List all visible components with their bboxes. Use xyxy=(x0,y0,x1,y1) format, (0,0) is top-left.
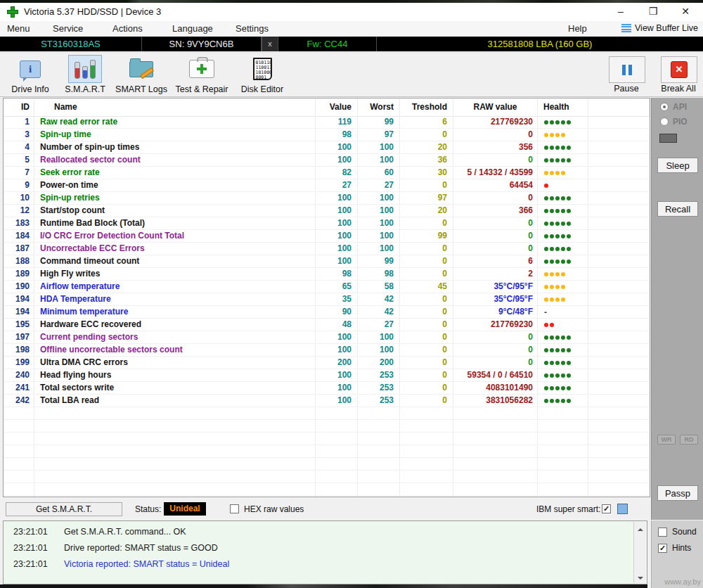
col-name[interactable]: Name xyxy=(34,98,316,116)
table-row[interactable]: 183Runtime Bad Block (Total)10010000 xyxy=(4,217,650,230)
table-row[interactable]: 1Raw read error rate119996217769230 xyxy=(4,116,650,129)
table-row[interactable]: 12Start/stop count10010020366 xyxy=(4,205,650,217)
maximize-button[interactable]: ❒ xyxy=(637,3,669,21)
hex-raw-values-label: HEX raw values xyxy=(244,504,304,514)
col-raw-value[interactable]: RAW value xyxy=(453,98,538,116)
table-row[interactable]: 7Seek error rate8260305 / 14332 / 43599 xyxy=(4,167,650,179)
log-scrollbar[interactable] xyxy=(633,522,646,583)
ibm-color-button[interactable] xyxy=(617,504,628,514)
minimize-button[interactable]: – xyxy=(605,3,637,21)
table-row[interactable]: 197Current pending sectors10010000 xyxy=(4,331,650,344)
wr-button[interactable]: WR xyxy=(657,435,676,445)
table-row[interactable]: 190Airflow temperature65584535°C/95°F xyxy=(4,281,650,293)
status-label: Status: xyxy=(135,504,161,514)
table-row[interactable]: 242Total LBA read10025303831056282 xyxy=(4,395,650,407)
get-smart-button[interactable]: Get S.M.A.R.T. xyxy=(6,502,122,516)
api-label: API xyxy=(673,102,687,112)
table-row[interactable]: 5Reallocated sector count100100360 xyxy=(4,154,650,167)
sound-label: Sound xyxy=(672,527,697,537)
menu-item-language[interactable]: Language xyxy=(172,23,213,34)
pause-button[interactable] xyxy=(609,56,645,83)
window-title: Victoria 5.37 HDD/SSD | Device 3 xyxy=(24,6,161,17)
table-row[interactable]: 195Hardware ECC recovered48270217769230 xyxy=(4,319,650,331)
pause-icon xyxy=(622,65,632,75)
table-header: ID Name Value Worst Treshold RAW value H… xyxy=(4,98,650,117)
table-row[interactable]: 241Total sectors write10025304083101490 xyxy=(4,382,650,395)
table-row[interactable]: 9Power-on time2727064454 xyxy=(4,179,650,192)
scroll-down-button[interactable] xyxy=(634,571,646,583)
busy-indicator xyxy=(659,134,677,143)
table-row[interactable]: 189High Fly writes989802 xyxy=(4,268,650,281)
toolbar-button-smart-logs[interactable]: SMART Logs xyxy=(111,55,172,94)
pio-radio[interactable] xyxy=(660,117,669,126)
col-id[interactable]: ID xyxy=(4,98,34,116)
break-all-label: Break All xyxy=(650,84,703,94)
recall-button[interactable]: Recall xyxy=(657,201,698,217)
table-row[interactable]: 194Minimum temperature904209°C/48°F- xyxy=(4,306,650,319)
col-filler xyxy=(588,98,650,116)
log-lines: 23:21:01Get S.M.A.R.T. command... OK23:2… xyxy=(4,521,647,573)
victoria-logo-icon xyxy=(7,6,18,18)
menu-item-service[interactable]: Service xyxy=(53,23,83,34)
sleep-button[interactable]: Sleep xyxy=(657,158,698,173)
table-row[interactable]: 187Uncorrectable ECC Errors10010000 xyxy=(4,243,650,255)
menu-item-help[interactable]: Help xyxy=(568,23,587,34)
menu-item-menu[interactable]: Menu xyxy=(7,23,30,34)
device-model: ST3160318AS xyxy=(0,37,142,51)
first-aid-icon xyxy=(189,60,214,78)
view-buffer-live-button[interactable]: View Buffer Live xyxy=(621,23,698,33)
ibm-super-smart-label: IBM super smart: xyxy=(536,504,600,514)
col-treshold[interactable]: Treshold xyxy=(400,98,453,116)
table-row[interactable]: 184I/O CRC Error Detection Count Total10… xyxy=(4,230,650,243)
toolbar-button-smart[interactable]: S.M.A.R.T xyxy=(55,55,115,94)
log-line: 23:21:01Victoria reported: SMART status … xyxy=(4,556,647,573)
status-badge: Unideal xyxy=(164,502,206,516)
watermark: www.ay.by xyxy=(664,577,701,586)
photo-artifact-bottom xyxy=(0,584,647,588)
close-button[interactable]: ✕ xyxy=(669,3,702,21)
col-worst[interactable]: Worst xyxy=(358,98,400,116)
window-titlebar: Victoria 5.37 HDD/SSD | Device 3 – ❒ ✕ xyxy=(0,3,703,21)
menu-item-actions[interactable]: Actions xyxy=(112,23,143,34)
scroll-up-button[interactable] xyxy=(634,522,646,534)
hints-label: Hints xyxy=(672,543,691,553)
table-row[interactable]: 188Command timeout count1009906 xyxy=(4,255,650,268)
sound-checkbox[interactable] xyxy=(658,528,667,537)
passp-button[interactable]: Passp xyxy=(657,485,698,501)
view-buffer-live-label: View Buffer Live xyxy=(635,23,698,33)
hints-checkbox[interactable] xyxy=(658,544,667,553)
table-row-empty xyxy=(4,483,650,496)
table-row-empty xyxy=(4,407,650,420)
break-all-button[interactable]: ✕ xyxy=(661,56,697,83)
col-value[interactable]: Value xyxy=(316,98,358,116)
right-panel: API PIO Sleep Recall WR RD Passp xyxy=(651,98,703,520)
ibm-super-smart-checkbox[interactable] xyxy=(602,504,611,513)
green-cross-icon xyxy=(197,64,207,74)
table-row[interactable]: 199Ultra DMA CRC errors20020000 xyxy=(4,357,650,369)
device-bar-close-button[interactable]: x xyxy=(262,37,278,51)
api-radio[interactable] xyxy=(660,103,669,111)
toolbar-button-test-repair[interactable]: Test & Repair xyxy=(172,55,232,94)
toolbar-button-drive-info[interactable]: i Drive Info xyxy=(0,55,60,94)
toolbar: i Drive Info S.M.A.R.T SMART Logs Test &… xyxy=(0,52,703,97)
folder-pencil-icon xyxy=(129,61,153,77)
log-line: 23:21:01Get S.M.A.R.T. command... OK xyxy=(4,524,647,540)
menubar: Menu Service Actions Language Settings H… xyxy=(0,21,703,37)
table-row-empty xyxy=(4,420,650,433)
hex-raw-values-checkbox[interactable] xyxy=(230,504,239,513)
table-row-empty xyxy=(4,471,650,483)
table-row[interactable]: 10Spin-up retries100100970 xyxy=(4,192,650,205)
table-row[interactable]: 194HDA Temperature3542035°C/95°F xyxy=(4,293,650,306)
pause-label: Pause xyxy=(598,84,654,94)
info-bubble-icon: i xyxy=(20,60,41,78)
table-row[interactable]: 198Offline uncorrectable sectors count10… xyxy=(4,344,650,357)
victoria-app-window: Victoria 5.37 HDD/SSD | Device 3 – ❒ ✕ M… xyxy=(0,0,703,588)
smart-table: ID Name Value Worst Treshold RAW value H… xyxy=(3,98,650,497)
table-row[interactable]: 4Number of spin-up times10010020356 xyxy=(4,141,650,154)
menu-item-settings[interactable]: Settings xyxy=(236,23,269,34)
table-row[interactable]: 240Head flying hours100253059354 / 0 / 6… xyxy=(4,369,650,382)
toolbar-button-disk-editor[interactable]: 010110 110011 101000 0001 Disk Editor xyxy=(232,55,292,94)
rd-button[interactable]: RD xyxy=(680,435,698,445)
col-health[interactable]: Health xyxy=(538,98,588,116)
table-row[interactable]: 3Spin-up time989700 xyxy=(4,129,650,141)
